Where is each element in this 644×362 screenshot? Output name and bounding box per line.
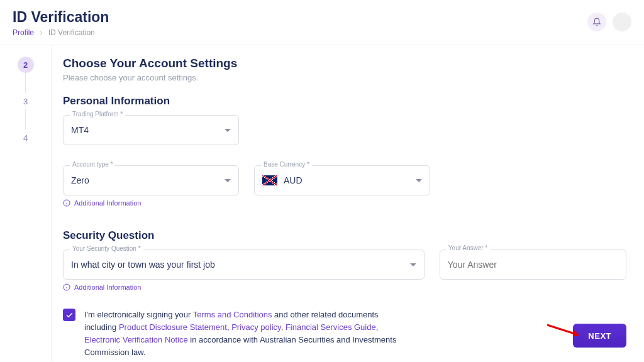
breadcrumb-profile-link[interactable]: Profile [13, 28, 34, 37]
account-type-select[interactable]: Account type * Zero [63, 165, 239, 195]
consent-checkbox[interactable] [63, 309, 75, 321]
step-2[interactable]: 2 [18, 57, 34, 73]
additional-info-link-2[interactable]: Additional Information [63, 283, 626, 291]
avatar[interactable] [613, 13, 631, 31]
check-icon [65, 311, 74, 319]
account-type-value: Zero [71, 175, 225, 185]
fsg-link[interactable]: Financial Services Guide [286, 322, 376, 332]
base-currency-value: AUD [284, 175, 416, 185]
step-line [25, 73, 26, 93]
settings-title: Choose Your Account Settings [63, 57, 626, 70]
additional-info-label: Additional Information [74, 199, 141, 207]
trading-platform-select[interactable]: Trading Platform * MT4 [63, 115, 239, 145]
chevron-down-icon [410, 263, 416, 266]
pds-link[interactable]: Product Disclosure Statement [119, 322, 227, 332]
consent-text: I'm electronically signing your Terms an… [84, 309, 402, 359]
evn-link[interactable]: Electronic Verification Notice [84, 335, 188, 344]
page-header: ID Verification Profile › ID Verificatio… [0, 0, 644, 45]
trading-platform-value: MT4 [71, 125, 225, 135]
chevron-down-icon [225, 179, 231, 182]
chevron-down-icon [416, 179, 422, 182]
security-question-title: Security Question [63, 229, 626, 242]
svg-marker-7 [574, 330, 579, 336]
bell-icon [592, 18, 601, 26]
notifications-button[interactable] [587, 13, 606, 31]
security-answer-input[interactable] [440, 250, 626, 280]
privacy-link[interactable]: Privacy policy [231, 322, 281, 332]
breadcrumb-sep: › [40, 28, 42, 37]
security-answer-label: Your Answer * [446, 244, 490, 251]
stepper: 2 3 4 [0, 45, 52, 362]
flag-icon [262, 175, 277, 185]
terms-link[interactable]: Terms and Conditions [193, 310, 272, 319]
trading-platform-label: Trading Platform * [70, 111, 125, 118]
personal-info-title: Personal Information [63, 95, 626, 107]
additional-info-link[interactable]: Additional Information [63, 199, 626, 207]
additional-info-label: Additional Information [74, 283, 141, 291]
page-title: ID Verification [13, 9, 109, 26]
annotation-arrow-icon [546, 321, 590, 340]
step-line [25, 109, 26, 129]
account-type-label: Account type * [70, 161, 115, 168]
info-icon [63, 199, 70, 207]
security-question-label: Your Security Question * [70, 245, 143, 252]
content-area: Choose Your Account Settings Please choo… [52, 45, 644, 362]
chevron-down-icon [225, 129, 231, 132]
info-icon [63, 283, 70, 291]
security-question-select[interactable]: Your Security Question * In what city or… [63, 250, 425, 280]
security-question-value: In what city or town was your first job [71, 260, 410, 270]
step-4[interactable]: 4 [18, 129, 34, 146]
base-currency-label: Base Currency * [261, 161, 312, 168]
breadcrumb: Profile › ID Verification [13, 28, 109, 37]
breadcrumb-current: ID Verification [48, 28, 95, 37]
base-currency-select[interactable]: Base Currency * AUD [254, 165, 430, 195]
settings-desc: Please choose your account settings. [63, 73, 626, 82]
step-3[interactable]: 3 [18, 93, 34, 109]
